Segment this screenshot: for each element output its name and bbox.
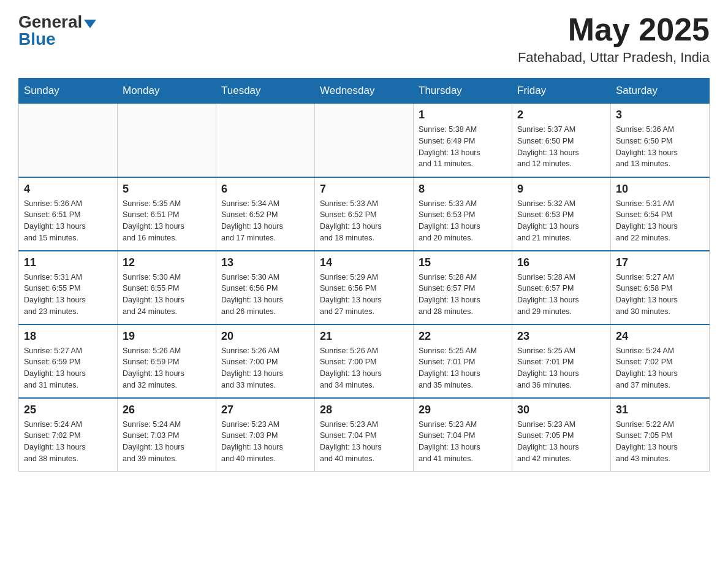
day-info: Sunrise: 5:36 AMSunset: 6:50 PMDaylight:… <box>616 124 704 170</box>
day-info: Sunrise: 5:33 AMSunset: 6:53 PMDaylight:… <box>419 198 507 244</box>
day-number: 14 <box>320 256 408 269</box>
day-number: 26 <box>123 404 211 416</box>
day-info: Sunrise: 5:33 AMSunset: 6:52 PMDaylight:… <box>320 198 408 244</box>
day-info: Sunrise: 5:37 AMSunset: 6:50 PMDaylight:… <box>517 124 605 170</box>
day-info: Sunrise: 5:23 AMSunset: 7:03 PMDaylight:… <box>221 419 309 465</box>
table-row: 8Sunrise: 5:33 AMSunset: 6:53 PMDaylight… <box>414 177 512 251</box>
day-number: 4 <box>24 183 112 196</box>
col-sunday: Sunday <box>19 79 118 104</box>
day-info: Sunrise: 5:24 AMSunset: 7:02 PMDaylight:… <box>24 419 112 465</box>
table-row <box>315 104 414 177</box>
day-info: Sunrise: 5:23 AMSunset: 7:05 PMDaylight:… <box>517 419 605 465</box>
day-number: 17 <box>616 256 704 269</box>
day-number: 21 <box>320 330 408 343</box>
day-info: Sunrise: 5:38 AMSunset: 6:49 PMDaylight:… <box>419 124 507 170</box>
day-info: Sunrise: 5:36 AMSunset: 6:51 PMDaylight:… <box>24 198 112 244</box>
title-section: May 2025 Fatehabad, Uttar Pradesh, India <box>518 12 710 66</box>
col-monday: Monday <box>118 79 216 104</box>
col-wednesday: Wednesday <box>315 79 414 104</box>
day-number: 9 <box>517 183 605 196</box>
table-row: 14Sunrise: 5:29 AMSunset: 6:56 PMDayligh… <box>315 251 414 324</box>
table-row: 20Sunrise: 5:26 AMSunset: 7:00 PMDayligh… <box>216 324 315 398</box>
day-info: Sunrise: 5:26 AMSunset: 7:00 PMDaylight:… <box>221 345 309 391</box>
calendar-week-row: 4Sunrise: 5:36 AMSunset: 6:51 PMDaylight… <box>19 177 710 251</box>
day-info: Sunrise: 5:32 AMSunset: 6:53 PMDaylight:… <box>517 198 605 244</box>
col-friday: Friday <box>512 79 611 104</box>
table-row: 9Sunrise: 5:32 AMSunset: 6:53 PMDaylight… <box>512 177 611 251</box>
day-number: 7 <box>320 183 408 196</box>
day-number: 3 <box>616 109 704 121</box>
day-number: 30 <box>517 404 605 416</box>
table-row: 25Sunrise: 5:24 AMSunset: 7:02 PMDayligh… <box>19 398 118 472</box>
calendar-week-row: 1Sunrise: 5:38 AMSunset: 6:49 PMDaylight… <box>19 104 710 177</box>
day-number: 24 <box>616 330 704 343</box>
day-number: 27 <box>221 404 309 416</box>
table-row: 31Sunrise: 5:22 AMSunset: 7:05 PMDayligh… <box>611 398 710 472</box>
table-row: 21Sunrise: 5:26 AMSunset: 7:00 PMDayligh… <box>315 324 414 398</box>
table-row: 13Sunrise: 5:30 AMSunset: 6:56 PMDayligh… <box>216 251 315 324</box>
location-title: Fatehabad, Uttar Pradesh, India <box>518 50 710 66</box>
table-row: 27Sunrise: 5:23 AMSunset: 7:03 PMDayligh… <box>216 398 315 472</box>
day-info: Sunrise: 5:34 AMSunset: 6:52 PMDaylight:… <box>221 198 309 244</box>
day-number: 16 <box>517 256 605 269</box>
day-number: 1 <box>419 109 507 121</box>
day-info: Sunrise: 5:27 AMSunset: 6:58 PMDaylight:… <box>616 272 704 318</box>
day-number: 6 <box>221 183 309 196</box>
table-row: 19Sunrise: 5:26 AMSunset: 6:59 PMDayligh… <box>118 324 216 398</box>
table-row: 3Sunrise: 5:36 AMSunset: 6:50 PMDaylight… <box>611 104 710 177</box>
calendar-week-row: 25Sunrise: 5:24 AMSunset: 7:02 PMDayligh… <box>19 398 710 472</box>
logo-blue: Blue <box>18 29 56 49</box>
day-info: Sunrise: 5:23 AMSunset: 7:04 PMDaylight:… <box>320 419 408 465</box>
day-info: Sunrise: 5:28 AMSunset: 6:57 PMDaylight:… <box>517 272 605 318</box>
table-row: 17Sunrise: 5:27 AMSunset: 6:58 PMDayligh… <box>611 251 710 324</box>
day-number: 31 <box>616 404 704 416</box>
table-row <box>19 104 118 177</box>
table-row <box>216 104 315 177</box>
day-number: 15 <box>419 256 507 269</box>
day-number: 20 <box>221 330 309 343</box>
table-row: 5Sunrise: 5:35 AMSunset: 6:51 PMDaylight… <box>118 177 216 251</box>
day-info: Sunrise: 5:28 AMSunset: 6:57 PMDaylight:… <box>419 272 507 318</box>
calendar-week-row: 11Sunrise: 5:31 AMSunset: 6:55 PMDayligh… <box>19 251 710 324</box>
col-tuesday: Tuesday <box>216 79 315 104</box>
day-info: Sunrise: 5:30 AMSunset: 6:56 PMDaylight:… <box>221 272 309 318</box>
day-info: Sunrise: 5:26 AMSunset: 6:59 PMDaylight:… <box>123 345 211 391</box>
table-row: 23Sunrise: 5:25 AMSunset: 7:01 PMDayligh… <box>512 324 611 398</box>
day-number: 5 <box>123 183 211 196</box>
day-info: Sunrise: 5:31 AMSunset: 6:54 PMDaylight:… <box>616 198 704 244</box>
day-number: 13 <box>221 256 309 269</box>
page-header: General Blue May 2025 Fatehabad, Uttar P… <box>18 12 710 66</box>
day-number: 25 <box>24 404 112 416</box>
day-number: 8 <box>419 183 507 196</box>
day-number: 23 <box>517 330 605 343</box>
day-info: Sunrise: 5:29 AMSunset: 6:56 PMDaylight:… <box>320 272 408 318</box>
day-number: 12 <box>123 256 211 269</box>
table-row: 18Sunrise: 5:27 AMSunset: 6:59 PMDayligh… <box>19 324 118 398</box>
day-number: 19 <box>123 330 211 343</box>
day-number: 29 <box>419 404 507 416</box>
table-row: 12Sunrise: 5:30 AMSunset: 6:55 PMDayligh… <box>118 251 216 324</box>
day-number: 22 <box>419 330 507 343</box>
col-thursday: Thursday <box>414 79 512 104</box>
day-info: Sunrise: 5:22 AMSunset: 7:05 PMDaylight:… <box>616 419 704 465</box>
day-number: 28 <box>320 404 408 416</box>
table-row: 30Sunrise: 5:23 AMSunset: 7:05 PMDayligh… <box>512 398 611 472</box>
day-info: Sunrise: 5:26 AMSunset: 7:00 PMDaylight:… <box>320 345 408 391</box>
day-info: Sunrise: 5:24 AMSunset: 7:02 PMDaylight:… <box>616 345 704 391</box>
col-saturday: Saturday <box>611 79 710 104</box>
table-row: 26Sunrise: 5:24 AMSunset: 7:03 PMDayligh… <box>118 398 216 472</box>
calendar-week-row: 18Sunrise: 5:27 AMSunset: 6:59 PMDayligh… <box>19 324 710 398</box>
day-info: Sunrise: 5:35 AMSunset: 6:51 PMDaylight:… <box>123 198 211 244</box>
day-number: 11 <box>24 256 112 269</box>
table-row: 24Sunrise: 5:24 AMSunset: 7:02 PMDayligh… <box>611 324 710 398</box>
table-row: 10Sunrise: 5:31 AMSunset: 6:54 PMDayligh… <box>611 177 710 251</box>
table-row: 4Sunrise: 5:36 AMSunset: 6:51 PMDaylight… <box>19 177 118 251</box>
table-row: 15Sunrise: 5:28 AMSunset: 6:57 PMDayligh… <box>414 251 512 324</box>
day-number: 2 <box>517 109 605 121</box>
table-row: 28Sunrise: 5:23 AMSunset: 7:04 PMDayligh… <box>315 398 414 472</box>
day-number: 18 <box>24 330 112 343</box>
table-row: 6Sunrise: 5:34 AMSunset: 6:52 PMDaylight… <box>216 177 315 251</box>
table-row: 11Sunrise: 5:31 AMSunset: 6:55 PMDayligh… <box>19 251 118 324</box>
day-number: 10 <box>616 183 704 196</box>
day-info: Sunrise: 5:24 AMSunset: 7:03 PMDaylight:… <box>123 419 211 465</box>
